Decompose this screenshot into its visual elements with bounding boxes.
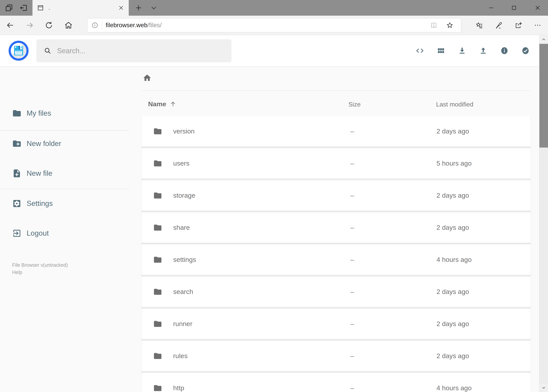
grid-view-icon[interactable]	[437, 47, 445, 55]
sidebar-item-new-file[interactable]: New file	[12, 168, 52, 179]
tab-preview-icon[interactable]	[5, 4, 13, 12]
floppy-disk-icon	[14, 46, 23, 55]
column-header-size[interactable]: Size	[348, 101, 361, 108]
sidebar-item-new-folder[interactable]: New folder	[12, 138, 61, 149]
settings-more-icon[interactable]	[534, 21, 541, 29]
forward-button[interactable]	[25, 21, 34, 29]
folder-icon	[153, 287, 162, 296]
file-size: –	[350, 160, 354, 167]
column-name-label: Name	[148, 100, 166, 108]
search-box[interactable]	[36, 39, 231, 62]
version-text: File Browser v(untracked)	[12, 261, 68, 269]
new-tab-button[interactable]	[135, 4, 142, 12]
browser-titlebar: .	[0, 0, 548, 16]
app-header	[0, 35, 539, 66]
folder-icon	[153, 223, 162, 232]
file-row-runner[interactable]: runner – 2 days ago	[141, 309, 531, 339]
file-size: –	[350, 288, 354, 295]
file-modified: 2 days ago	[437, 127, 469, 135]
file-size: –	[350, 224, 354, 231]
folder-icon	[153, 384, 162, 392]
add-favorite-star-icon[interactable]	[446, 21, 453, 29]
file-modified: 4 hours ago	[437, 256, 472, 263]
reading-view-icon	[430, 21, 437, 29]
new-folder-icon	[12, 139, 21, 148]
scrollbar-thumb[interactable]	[539, 44, 548, 147]
search-input[interactable]	[57, 47, 218, 55]
url-path: /files/	[147, 22, 162, 28]
tab-close-icon[interactable]	[118, 5, 124, 11]
address-separator	[102, 21, 102, 29]
sidebar-divider	[0, 189, 129, 189]
file-name: settings	[173, 256, 196, 263]
file-size: –	[350, 256, 354, 263]
file-name: runner	[173, 320, 192, 328]
filebrowser-logo[interactable]	[9, 41, 28, 61]
file-name: share	[173, 224, 190, 231]
site-info-icon[interactable]	[91, 22, 98, 29]
browser-tab[interactable]: .	[33, 0, 129, 16]
file-size: –	[350, 127, 354, 135]
help-link[interactable]: Help	[12, 269, 68, 276]
file-modified: 2 days ago	[437, 288, 469, 295]
logout-icon	[12, 229, 21, 238]
tab-title: .	[49, 5, 50, 11]
file-name: rules	[173, 352, 188, 360]
page-favicon-icon	[37, 5, 44, 11]
annotate-pen-icon[interactable]	[495, 21, 503, 29]
file-modified: 2 days ago	[437, 224, 469, 231]
page-scrollbar[interactable]	[539, 35, 548, 392]
scroll-down-icon[interactable]	[539, 383, 548, 392]
close-window-button[interactable]	[534, 5, 541, 11]
upload-icon[interactable]	[479, 47, 487, 55]
filebrowser-page: My files New folder New file Settings Lo…	[0, 35, 539, 392]
folder-icon	[153, 159, 162, 168]
listing-header: Name Size Last modified	[0, 100, 539, 108]
address-bar[interactable]: filebrowser.web/files/	[87, 18, 461, 32]
file-row-http[interactable]: http – 4 hours ago	[141, 373, 531, 392]
sidebar-item-settings[interactable]: Settings	[12, 198, 53, 210]
info-icon[interactable]	[500, 47, 508, 55]
sidebar-item-label: New file	[27, 169, 52, 177]
sidebar-divider	[0, 130, 129, 131]
file-row-settings[interactable]: settings – 4 hours ago	[141, 245, 531, 275]
file-list: version – 2 days ago users – 5 hours ago…	[141, 116, 531, 392]
column-header-name[interactable]: Name	[148, 100, 176, 108]
file-row-share[interactable]: share – 2 days ago	[141, 212, 531, 243]
download-icon[interactable]	[458, 47, 466, 55]
scroll-up-icon[interactable]	[539, 35, 548, 44]
file-row-users[interactable]: users – 5 hours ago	[141, 148, 531, 178]
maximize-button[interactable]	[511, 5, 517, 11]
refresh-button[interactable]	[45, 21, 53, 29]
url-text[interactable]: filebrowser.web/files/	[106, 22, 162, 29]
browser-navbar: filebrowser.web/files/	[0, 16, 548, 35]
share-icon[interactable]	[514, 21, 522, 29]
folder-icon	[153, 319, 162, 328]
sidebar-item-label: My files	[27, 109, 51, 117]
code-shell-icon[interactable]	[416, 47, 424, 55]
minimize-button[interactable]	[488, 5, 494, 11]
tab-list-chevron-icon[interactable]	[150, 4, 157, 11]
select-multiple-icon[interactable]	[521, 47, 530, 55]
url-domain: filebrowser.web	[106, 22, 147, 28]
column-header-modified[interactable]: Last modified	[436, 101, 473, 108]
gear-icon	[12, 199, 21, 208]
file-modified: 4 hours ago	[437, 384, 472, 392]
sidebar-item-label: New folder	[27, 140, 61, 148]
file-modified: 5 hours ago	[437, 160, 472, 167]
sidebar-item-my-files[interactable]: My files	[12, 107, 51, 119]
file-row-search[interactable]: search – 2 days ago	[141, 277, 531, 307]
back-button[interactable]	[6, 21, 14, 29]
file-row-rules[interactable]: rules – 2 days ago	[141, 341, 531, 371]
file-row-version[interactable]: version – 2 days ago	[141, 116, 531, 146]
sidebar-item-label: Settings	[27, 199, 53, 208]
file-row-storage[interactable]: storage – 2 days ago	[141, 180, 531, 210]
header-actions	[416, 35, 530, 66]
search-icon	[44, 47, 52, 55]
breadcrumb-home-icon[interactable]	[143, 73, 152, 82]
sidebar-item-label: Logout	[27, 229, 49, 237]
set-tabs-aside-icon[interactable]	[20, 4, 28, 12]
hub-favorites-icon[interactable]	[475, 21, 483, 29]
sidebar-item-logout[interactable]: Logout	[12, 227, 49, 239]
browser-home-button[interactable]	[64, 21, 73, 29]
